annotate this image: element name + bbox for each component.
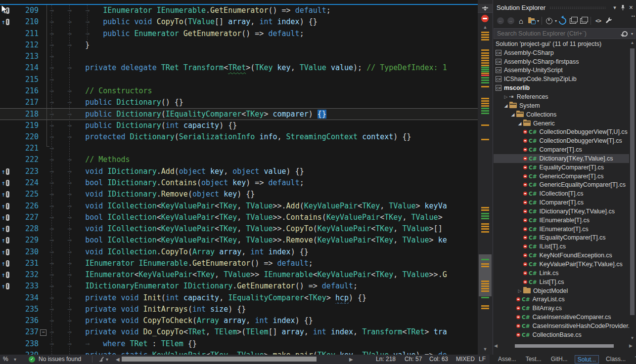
home-button[interactable]: ⌂ xyxy=(516,16,526,26)
code-line[interactable]: ↑I229→→bool ICollection<KeyValuePair<TKe… xyxy=(0,235,478,246)
code-line[interactable]: ↑I225→→void IDictionary.Remove(object ke… xyxy=(0,189,478,200)
implements-indicator-icon[interactable]: ↑I xyxy=(0,166,15,177)
code-line[interactable]: 237−→→private void Do_CopyTo<TRet, TElem… xyxy=(0,326,478,338)
search-input[interactable] xyxy=(494,30,622,37)
toolbar-overflow-icon[interactable]: •• xyxy=(632,14,636,19)
hscroll-right-arrow[interactable]: ▶ xyxy=(349,355,353,364)
code-line[interactable]: ↑I223→→void IDictionary.Add(object key, … xyxy=(0,166,478,177)
tree-item[interactable]: C#Link.cs xyxy=(494,269,629,278)
tree-item[interactable]: C#IComparer[T].cs xyxy=(494,198,629,207)
filter-caret-icon[interactable]: ▾ xyxy=(555,19,557,23)
zoom-control[interactable]: % xyxy=(3,355,8,364)
code-line[interactable]: ↑I230→→void ICollection.CopyTo(Array arr… xyxy=(0,246,478,258)
scroll-up-arrow[interactable]: ▲ xyxy=(629,40,636,45)
tree-item[interactable]: C#Comparer[T].cs xyxy=(494,145,629,154)
tree-item[interactable]: C#List[T].cs xyxy=(494,278,629,286)
hscrollbar-thumb[interactable] xyxy=(122,357,317,362)
code-line[interactable]: ↑I224→→bool IDictionary.Contains(object … xyxy=(0,177,478,189)
search-options-caret-icon[interactable]: ▾ xyxy=(631,32,633,36)
drag-grip[interactable] xyxy=(549,6,606,9)
code-line[interactable]: ↑I228→→void ICollection<KeyValuePair<TKe… xyxy=(0,223,478,235)
implements-indicator-icon[interactable]: ↑I xyxy=(0,281,15,292)
tree-item[interactable]: C#KeyValuePair[TKey,TValue].cs xyxy=(494,260,629,269)
fold-toggle-icon[interactable]: − xyxy=(40,329,46,336)
tree-item[interactable]: C#EqualityComparer[T].cs xyxy=(494,163,629,172)
code-line[interactable]: 234→→private void Init(int capacity, IEq… xyxy=(0,292,478,304)
expander-open-icon[interactable]: ◢ xyxy=(509,112,516,117)
implements-indicator-icon[interactable]: ↑I xyxy=(0,258,15,269)
code-line[interactable]: 213→ xyxy=(0,51,478,62)
tree-item[interactable]: C#ICollection[T].cs xyxy=(494,189,629,198)
code-line[interactable]: ↑I210→→→public void CopyTo(TValue[] arra… xyxy=(0,16,478,28)
code-editor[interactable]: ↑I209→→→IEnumerator IEnumerable.GetEnume… xyxy=(0,0,493,355)
expander-open-icon[interactable]: ◢ xyxy=(502,103,509,108)
code-line[interactable]: ↑I226→→void ICollection<KeyValuePair<TKe… xyxy=(0,201,478,212)
implements-indicator-icon[interactable]: ↑I xyxy=(0,246,15,258)
code-line[interactable]: ↑I233→→IDictionaryEnumerator IDictionary… xyxy=(0,281,478,292)
code-line[interactable]: 235→→private void InitArrays(int size) {… xyxy=(0,304,478,315)
window-position-menu-icon[interactable]: ▾ xyxy=(613,4,616,11)
scroll-down-arrow[interactable]: ▼ xyxy=(629,336,636,340)
implements-indicator-icon[interactable]: ↑I xyxy=(0,177,15,189)
tree-item[interactable]: C#IEnumerable[T].cs xyxy=(494,216,629,225)
panel-tab[interactable]: Tea... xyxy=(633,355,636,364)
switch-views-caret-icon[interactable]: ▾ xyxy=(537,19,539,23)
tree-item[interactable]: C#IEqualityComparer[T].cs xyxy=(494,234,629,243)
tree-item[interactable]: C#Assembly-UnityScript xyxy=(494,66,629,75)
tree-item[interactable]: Solution 'project-gui' (11 of 11 project… xyxy=(494,40,629,48)
code-line[interactable]: 219→→public Dictionary(int capacity) {} xyxy=(0,120,478,131)
preview-selected-items-button[interactable] xyxy=(578,16,589,26)
tree-item[interactable]: ◢System xyxy=(494,101,629,110)
tree-item[interactable]: C#Dictionary[TKey,TValue].cs xyxy=(494,154,629,163)
implements-indicator-icon[interactable]: ↑I xyxy=(0,201,15,212)
editor-splitter-handle[interactable] xyxy=(478,4,493,13)
panel-tab[interactable]: Class... xyxy=(603,355,628,364)
document-health[interactable]: No issues found xyxy=(39,355,81,364)
implements-indicator-icon[interactable]: ↑I xyxy=(0,16,15,28)
tree-item[interactable]: C#CollectionBase.cs xyxy=(494,330,629,339)
code-line[interactable]: 239→→private static KeyValuePair<TKey, T… xyxy=(0,350,478,355)
code-line[interactable]: ↑I209→→→IEnumerator IEnumerable.GetEnume… xyxy=(0,5,478,16)
scrollbar-thumb[interactable] xyxy=(515,344,614,348)
tree-item[interactable]: C#CollectionDebuggerView[T].cs xyxy=(494,136,629,145)
implements-indicator-icon[interactable]: ↑I xyxy=(0,269,15,281)
search-box[interactable]: ▾ xyxy=(494,28,636,39)
switch-views-button[interactable] xyxy=(526,16,537,26)
refresh-button[interactable] xyxy=(557,16,568,26)
tree-item[interactable]: C#GenericComparer[T].cs xyxy=(494,172,629,181)
code-line[interactable]: 212→→} xyxy=(0,40,478,51)
tree-scrollbar-vertical[interactable]: ▲ ▼ xyxy=(629,40,636,342)
tree-item[interactable]: C#Assembly-CSharp-firstpass xyxy=(494,57,629,66)
code-line[interactable]: ↑I231→→IEnumerator IEnumerable.GetEnumer… xyxy=(0,258,478,269)
panel-tab[interactable]: Solut... xyxy=(575,355,599,364)
tree-item[interactable]: C#CaseInsensitiveHashCodeProvider.cs xyxy=(494,322,629,330)
code-cleanup-caret-icon[interactable]: ▾ xyxy=(106,355,108,364)
code-line[interactable]: 214→→private delegate TRet Transform<TRe… xyxy=(0,62,478,74)
panel-tab[interactable]: Test... xyxy=(523,355,544,364)
code-line[interactable]: ↑I227→→bool ICollection<KeyValuePair<TKe… xyxy=(0,212,478,223)
expander-closed-icon[interactable]: ▷ xyxy=(502,94,509,99)
tree-item[interactable]: C#IEnumerator[T].cs xyxy=(494,225,629,234)
code-line[interactable]: 215→ xyxy=(0,74,478,85)
tree-item[interactable]: C#ArrayList.cs xyxy=(494,295,629,304)
pending-changes-filter-button[interactable] xyxy=(544,16,554,26)
expander-closed-icon[interactable]: ▷ xyxy=(516,288,523,293)
code-line[interactable]: 211→→→public Enumerator GetEnumerator() … xyxy=(0,28,478,40)
code-line[interactable]: 220→→protected Dictionary(SerializationI… xyxy=(0,131,478,143)
tree-item[interactable]: C#Assembly-CSharp xyxy=(494,48,629,57)
properties-button[interactable] xyxy=(603,16,614,26)
close-icon[interactable]: × xyxy=(629,5,633,10)
code-cleanup-icon[interactable] xyxy=(99,357,104,362)
expander-open-icon[interactable]: ◢ xyxy=(516,121,523,126)
collapse-all-button[interactable] xyxy=(568,16,578,26)
code-line[interactable]: 222→→// Methods xyxy=(0,154,478,165)
tree-item[interactable]: C#IList[T].cs xyxy=(494,242,629,251)
implements-indicator-icon[interactable]: ↑I xyxy=(0,223,15,235)
tree-item[interactable]: C#CaseInsensitiveComparer.cs xyxy=(494,313,629,322)
implements-indicator-icon[interactable]: ↑I xyxy=(0,212,15,223)
implements-indicator-icon[interactable]: ↑I xyxy=(0,235,15,246)
code-lines[interactable]: ↑I209→→→IEnumerator IEnumerable.GetEnume… xyxy=(0,5,478,355)
scroll-down-arrow[interactable]: ▼ xyxy=(478,347,493,352)
scroll-left-arrow[interactable]: ◀ xyxy=(494,343,498,349)
code-line[interactable]: 218→→public Dictionary(IEqualityComparer… xyxy=(0,108,478,120)
